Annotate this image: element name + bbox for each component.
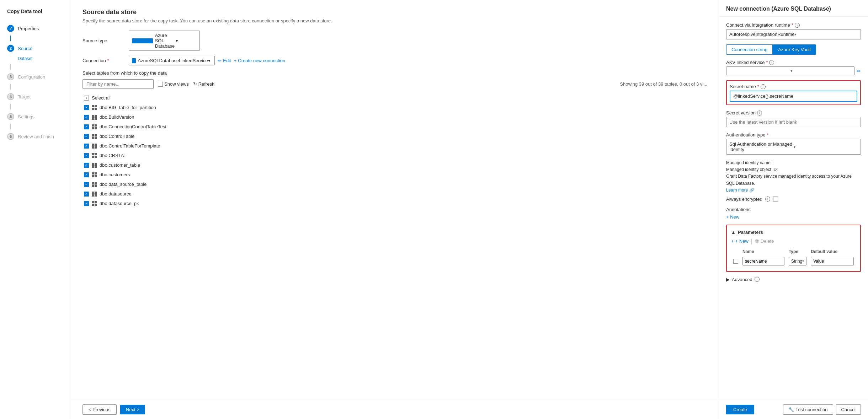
tab-azure-key-vault[interactable]: Azure Key Vault bbox=[773, 44, 816, 55]
panel-footer: Create 🔧 Test connection Cancel bbox=[719, 400, 868, 419]
sidebar-item-target[interactable]: 4 Target bbox=[0, 90, 71, 104]
akv-pencil-button[interactable]: ✏ bbox=[857, 68, 861, 74]
table-checkbox[interactable] bbox=[84, 153, 89, 158]
sidebar-item-source[interactable]: 2 Source bbox=[0, 41, 71, 55]
table-row: dbo.datasource bbox=[82, 189, 707, 199]
params-plus-icon: + bbox=[731, 238, 734, 244]
table-checkbox[interactable] bbox=[84, 115, 89, 120]
table-row: dbo.ControlTable bbox=[82, 131, 707, 141]
table-checkbox[interactable] bbox=[84, 192, 89, 197]
right-panel: New connection (Azure SQL Database) Conn… bbox=[719, 0, 868, 419]
table-row: dbo.data_source_table bbox=[82, 179, 707, 189]
table-checkbox[interactable] bbox=[84, 144, 89, 149]
showing-text: Showing 39 out of 39 tables, 0 out of 3 … bbox=[620, 81, 707, 87]
table-name: dbo.BIG_table_for_partition bbox=[100, 105, 156, 110]
table-row: dbo.BIG_table_for_partition bbox=[82, 103, 707, 112]
param-checkbox[interactable] bbox=[733, 259, 738, 264]
sidebar-item-properties[interactable]: ✓ Properties bbox=[0, 21, 71, 36]
table-checkbox[interactable] bbox=[84, 163, 89, 168]
auth-type-select[interactable]: Sql Authentication or Managed Identity ▾ bbox=[726, 139, 861, 155]
panel-title: New connection (Azure SQL Database) bbox=[726, 6, 861, 12]
table-checkbox[interactable] bbox=[84, 182, 89, 187]
create-button[interactable]: Create bbox=[726, 405, 754, 414]
create-connection-button[interactable]: + Create new connection bbox=[234, 58, 286, 63]
learn-more-link[interactable]: Learn more bbox=[726, 188, 748, 193]
table-checkbox[interactable] bbox=[84, 172, 89, 177]
source-type-select[interactable]: Azure SQL Database ▾ bbox=[129, 31, 200, 51]
table-checkbox[interactable] bbox=[84, 134, 89, 139]
table-name: dbo.data_source_table bbox=[100, 182, 147, 187]
akv-linked-select[interactable]: ▾ bbox=[726, 66, 854, 75]
refresh-icon: ↻ bbox=[193, 81, 197, 87]
table-name: dbo.customer_table bbox=[100, 162, 140, 168]
connect-via-select[interactable]: AutoResolveIntegrationRuntime ▾ bbox=[726, 29, 861, 39]
param-name-input[interactable] bbox=[742, 257, 784, 265]
conn-db-icon bbox=[132, 58, 136, 63]
connection-value: AzureSQLDatabaseLinkedService bbox=[138, 58, 208, 63]
nav-connector-3 bbox=[10, 84, 11, 90]
source-type-control: Azure SQL Database ▾ bbox=[129, 31, 200, 51]
sidebar: Copy Data tool ✓ Properties 2 Source Dat… bbox=[0, 0, 71, 419]
sidebar-item-configuration[interactable]: 3 Configuration bbox=[0, 70, 71, 84]
next-button[interactable]: Next > bbox=[120, 405, 145, 414]
table-checkbox[interactable] bbox=[84, 201, 89, 206]
akv-row: ▾ ✏ bbox=[726, 66, 861, 75]
secret-name-input[interactable] bbox=[730, 91, 857, 102]
select-all-row[interactable]: Select all bbox=[82, 93, 707, 103]
main-area: Source data store Specify the source dat… bbox=[71, 0, 719, 419]
select-all-label: Select all bbox=[92, 95, 111, 101]
table-grid-icon bbox=[92, 163, 97, 168]
akv-info-icon[interactable]: i bbox=[769, 60, 774, 65]
always-encrypted-checkbox[interactable] bbox=[773, 197, 778, 202]
test-connection-button[interactable]: 🔧 Test connection bbox=[783, 404, 833, 415]
table-row: dbo.customer_table bbox=[82, 160, 707, 170]
connection-label: Connection * bbox=[82, 58, 129, 63]
add-annotation-button[interactable]: + New bbox=[726, 214, 861, 220]
annotations-section: Annotations + New bbox=[726, 207, 861, 220]
auth-type-arrow: ▾ bbox=[794, 145, 858, 149]
nav-circle-source: 2 bbox=[7, 45, 14, 52]
edit-button[interactable]: ✏ Edit bbox=[218, 58, 231, 63]
table-name: dbo.datasource_pk bbox=[100, 201, 139, 206]
always-encrypted-info-icon[interactable]: i bbox=[765, 197, 770, 202]
tab-connection-string[interactable]: Connection string bbox=[726, 44, 773, 55]
nav-connector-2 bbox=[10, 64, 11, 70]
secret-version-info-icon[interactable]: i bbox=[757, 111, 762, 116]
sidebar-item-dataset[interactable]: Dataset bbox=[18, 55, 71, 62]
table-checkbox[interactable] bbox=[84, 105, 89, 110]
param-default-input[interactable] bbox=[811, 257, 854, 265]
secret-name-group: Secret name * i bbox=[726, 80, 861, 105]
connection-tabs: Connection string Azure Key Vault bbox=[726, 44, 861, 55]
akv-linked-group: AKV linked service * i ▾ ✏ bbox=[726, 60, 861, 75]
secret-name-info-icon[interactable]: i bbox=[761, 84, 766, 89]
nav-circle-configuration: 3 bbox=[7, 73, 14, 80]
table-row: dbo.ConnectionControlTableTest bbox=[82, 122, 707, 131]
table-grid-icon bbox=[92, 105, 97, 110]
cancel-button[interactable]: Cancel bbox=[836, 404, 861, 415]
param-type-select[interactable]: String ▾ bbox=[789, 257, 806, 265]
connection-select[interactable]: AzureSQLDatabaseLinkedService ▾ bbox=[129, 56, 215, 65]
secret-version-input[interactable] bbox=[726, 117, 861, 127]
show-views-checkbox[interactable] bbox=[158, 82, 163, 87]
table-checkbox[interactable] bbox=[84, 124, 89, 129]
table-grid-icon bbox=[92, 134, 97, 139]
refresh-button[interactable]: ↻ Refresh bbox=[193, 81, 215, 87]
select-all-checkbox[interactable] bbox=[84, 96, 89, 101]
show-views-checkbox-row[interactable]: Show views bbox=[158, 81, 189, 87]
previous-button[interactable]: < Previous bbox=[82, 404, 117, 415]
advanced-info-icon[interactable]: i bbox=[755, 277, 760, 282]
connect-via-arrow: ▾ bbox=[795, 32, 858, 36]
test-icon: 🔧 bbox=[788, 407, 794, 412]
table-row: dbo.CRSTAT bbox=[82, 151, 707, 160]
sidebar-item-review[interactable]: 6 Review and finish bbox=[0, 129, 71, 144]
connect-via-info-icon[interactable]: i bbox=[795, 23, 800, 28]
params-label: Parameters bbox=[738, 230, 763, 235]
trash-icon: 🗑 bbox=[755, 238, 759, 244]
params-new-button[interactable]: + + New bbox=[731, 238, 749, 244]
filter-input[interactable] bbox=[82, 79, 154, 89]
advanced-header[interactable]: ▶ Advanced i bbox=[726, 277, 861, 282]
main-content: Source data store Specify the source dat… bbox=[71, 0, 719, 400]
sidebar-item-settings[interactable]: 5 Settings bbox=[0, 109, 71, 124]
params-header[interactable]: ▲ Parameters bbox=[731, 230, 856, 235]
params-delete-button[interactable]: 🗑 Delete bbox=[755, 238, 774, 244]
